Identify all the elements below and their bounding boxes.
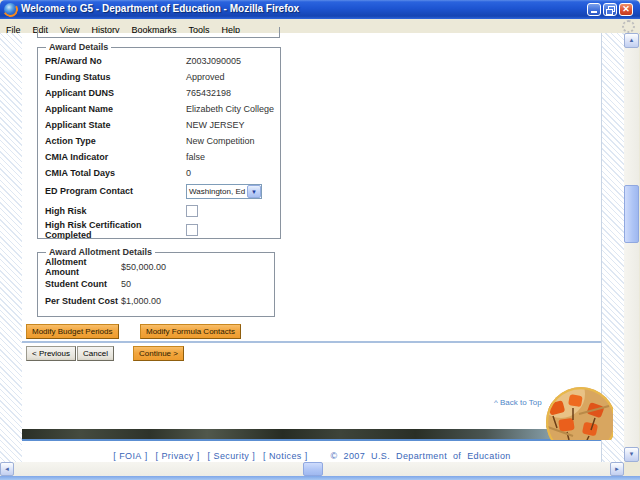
- field-label: Allotment Amount: [45, 257, 121, 277]
- high-risk-checkbox[interactable]: [186, 205, 198, 217]
- award-allotment-legend: Award Allotment Details: [46, 247, 155, 257]
- scrollbar-corner: [624, 462, 640, 476]
- restore-button[interactable]: [603, 3, 617, 16]
- award-allotment-fieldset: Award Allotment Details Allotment Amount…: [37, 247, 275, 317]
- firefox-icon: [4, 3, 17, 16]
- high-risk-certification-completed-checkbox[interactable]: [186, 224, 198, 236]
- field-label: CMIA Indicator: [45, 152, 186, 162]
- scroll-up-button[interactable]: ▲: [624, 33, 639, 48]
- back-to-top-link[interactable]: ^ Back to Top: [494, 398, 542, 407]
- field-row-action-type: Action TypeNew Competition: [45, 133, 274, 149]
- field-label: PR/Award No: [45, 56, 186, 66]
- modify-formula-contacts-button[interactable]: Modify Formula Contacts: [140, 324, 241, 339]
- modify-budget-periods-button[interactable]: Modify Budget Periods: [26, 324, 119, 339]
- chevron-down-icon[interactable]: ▼: [247, 185, 261, 198]
- close-button[interactable]: ✕: [619, 3, 633, 16]
- field-row-per-student-cost: Per Student Cost$1,000.00: [45, 292, 268, 309]
- previous-section-box: [37, 27, 280, 38]
- ed-program-contact-select[interactable]: Washington, Ed▼: [186, 184, 262, 199]
- cancel-button[interactable]: Cancel: [77, 346, 114, 361]
- footer-link-notices[interactable]: Notices: [269, 451, 302, 461]
- footer-link-privacy[interactable]: Privacy: [161, 451, 193, 461]
- footer-link-foia[interactable]: FOIA: [119, 451, 142, 461]
- field-row-applicant-name: Applicant NameElizabeth City College: [45, 101, 274, 117]
- vertical-scrollbar[interactable]: ▲ ▼: [624, 33, 639, 462]
- field-row-high-risk: High Risk: [45, 201, 274, 220]
- footer-bracket: ]: [252, 451, 255, 461]
- field-value: 0: [186, 168, 191, 178]
- horizontal-scrollbar[interactable]: ◄ ►: [0, 462, 624, 476]
- field-row-allotment-amount: Allotment Amount$50,000.00: [45, 258, 268, 275]
- field-label: High Risk Certification Completed: [45, 220, 186, 240]
- footer-bracket: [: [156, 451, 159, 461]
- field-row-applicant-state: Applicant StateNEW JERSEY: [45, 117, 274, 133]
- field-label: Funding Status: [45, 72, 186, 82]
- window-title: Welcome to G5 - Department of Education …: [21, 3, 299, 14]
- field-label: Student Count: [45, 279, 121, 289]
- field-value: Elizabeth City College: [186, 104, 274, 114]
- title-bar[interactable]: Welcome to G5 - Department of Education …: [0, 0, 640, 19]
- field-label: CMIA Total Days: [45, 168, 186, 178]
- footer-bracket: [: [263, 451, 266, 461]
- scroll-down-button[interactable]: ▼: [624, 447, 639, 462]
- continue-button[interactable]: Continue >: [133, 346, 184, 361]
- throbber-icon: [622, 20, 635, 33]
- field-row-cmia-indicator: CMIA Indicatorfalse: [45, 149, 274, 165]
- decorative-metal-bar: [22, 429, 601, 441]
- horizontal-scroll-thumb[interactable]: [303, 462, 323, 476]
- award-details-legend: Award Details: [46, 42, 111, 52]
- field-label: Applicant DUNS: [45, 88, 186, 98]
- vertical-scroll-thumb[interactable]: [624, 185, 639, 243]
- selected-option-label: Washington, Ed: [187, 187, 247, 196]
- minimize-button[interactable]: [587, 3, 601, 16]
- field-value: false: [186, 152, 205, 162]
- field-row-applicant-duns: Applicant DUNS765432198: [45, 85, 274, 101]
- copyright-text: © 2007 U.S. Department of Education: [331, 451, 511, 461]
- field-value: $50,000.00: [121, 262, 166, 272]
- field-value: 50: [121, 279, 131, 289]
- field-label: Per Student Cost: [45, 296, 121, 306]
- field-row-ed-program-contact: ED Program ContactWashington, Ed▼: [45, 181, 274, 201]
- page-content: Award Details PR/Award NoZ003J090005Fund…: [22, 33, 602, 462]
- field-row-funding-status: Funding StatusApproved: [45, 69, 274, 85]
- footer-bracket: [: [208, 451, 211, 461]
- field-row-pr-award-no: PR/Award NoZ003J090005: [45, 53, 274, 69]
- footer-link-security[interactable]: Security: [213, 451, 249, 461]
- field-row-student-count: Student Count50: [45, 275, 268, 292]
- field-label: ED Program Contact: [45, 186, 186, 196]
- field-row-high-risk-certification-completed: High Risk Certification Completed: [45, 220, 274, 239]
- award-details-fieldset: Award Details PR/Award NoZ003J090005Fund…: [37, 42, 281, 239]
- window-bottom-border: [0, 476, 640, 480]
- scroll-left-button[interactable]: ◄: [0, 462, 14, 476]
- field-value: $1,000.00: [121, 296, 161, 306]
- footer-bracket: ]: [305, 451, 308, 461]
- field-row-cmia-total-days: CMIA Total Days0: [45, 165, 274, 181]
- previous-button[interactable]: < Previous: [26, 346, 76, 361]
- field-label: Applicant State: [45, 120, 186, 130]
- scroll-right-button[interactable]: ►: [610, 462, 624, 476]
- field-value: NEW JERSEY: [186, 120, 245, 130]
- field-value: 765432198: [186, 88, 231, 98]
- field-value: New Competition: [186, 136, 255, 146]
- section-divider: [22, 341, 601, 343]
- page-footer: [FOIA] [Privacy] [Security] [Notices] © …: [22, 451, 601, 461]
- browser-window: Welcome to G5 - Department of Education …: [0, 0, 640, 480]
- footer-bracket: ]: [145, 451, 148, 461]
- footer-bracket: [: [113, 451, 116, 461]
- field-label: High Risk: [45, 206, 186, 216]
- page-viewport: Award Details PR/Award NoZ003J090005Fund…: [0, 33, 624, 462]
- classroom-chairs-photo: [543, 386, 613, 440]
- field-value: Z003J090005: [186, 56, 241, 66]
- field-label: Applicant Name: [45, 104, 186, 114]
- field-label: Action Type: [45, 136, 186, 146]
- field-value: Approved: [186, 72, 225, 82]
- footer-bracket: ]: [197, 451, 200, 461]
